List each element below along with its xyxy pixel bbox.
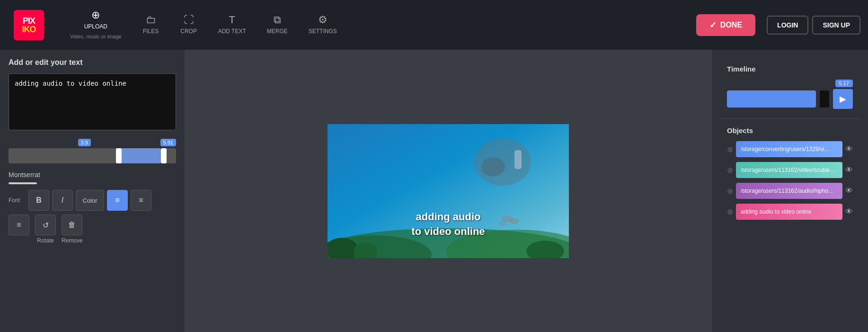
text-edit-input[interactable]: adding audio to video online xyxy=(9,73,176,130)
slider-track[interactable] xyxy=(9,148,176,163)
nav-settings[interactable]: ⚙ SETTINGS xyxy=(298,15,347,36)
nav-crop[interactable]: ⛶ CROP xyxy=(170,15,208,36)
eye-icon-1[interactable]: 👁 xyxy=(845,166,853,174)
logo-box[interactable]: PIXIKO xyxy=(14,10,44,40)
color-button[interactable]: Color xyxy=(76,190,104,211)
login-button[interactable]: LOGIN xyxy=(767,16,808,35)
remove-label: Remove xyxy=(62,237,82,244)
done-label: DONE xyxy=(720,21,742,29)
color-label: Color xyxy=(82,197,97,204)
logo-text: PIXIKO xyxy=(22,17,35,34)
svg-point-11 xyxy=(481,157,505,176)
lines-icon: ≡ xyxy=(17,221,21,229)
slider-thumb-right[interactable] xyxy=(161,148,167,163)
drag-handle-3[interactable]: ⊕ xyxy=(727,207,733,216)
done-button[interactable]: ✓ DONE xyxy=(696,14,755,36)
timeline-bar[interactable] xyxy=(727,90,816,108)
topnav: PIXIKO ⊕ UPLOAD Video, music or image 🗀 … xyxy=(0,0,868,50)
obj-bar-1[interactable]: /storage/users/113162/video/scuba-... xyxy=(736,162,842,178)
eye-icon-3[interactable]: 👁 xyxy=(845,207,853,216)
remove-group: 🗑 Remove xyxy=(62,215,82,244)
object-item-0: ⊕ /storage/converting/users/1329/vi... 👁 xyxy=(727,141,853,157)
eye-icon-0[interactable]: 👁 xyxy=(845,145,853,153)
object-item-2: ⊕ /storage/users/113162/audio/hipho... 👁 xyxy=(727,183,853,199)
nav-merge[interactable]: ⧉ MERGE xyxy=(257,15,298,36)
merge-label: MERGE xyxy=(267,28,288,36)
align-center-icon: ≡ xyxy=(139,196,143,205)
crop-icon: ⛶ xyxy=(184,15,194,25)
obj-bar-3[interactable]: adding audio to video online xyxy=(736,204,842,220)
remove-button[interactable]: 🗑 xyxy=(62,215,82,235)
timeline-marker: 5.17 xyxy=(727,80,853,87)
drag-handle-2[interactable]: ⊕ xyxy=(727,187,733,196)
timeline-track-area: ▶ xyxy=(727,89,853,109)
overlay-line2: to video online xyxy=(411,224,485,239)
canvas-area: adding audio to video online xyxy=(185,50,712,332)
bold-icon: B xyxy=(36,196,42,205)
timeline-section: Timeline 5.17 ▶ xyxy=(719,57,860,119)
check-icon: ✓ xyxy=(709,20,717,30)
upload-icon: ⊕ xyxy=(91,10,100,20)
obj-path-2: /storage/users/113162/audio/hipho... xyxy=(741,188,833,194)
slider-thumb-left[interactable] xyxy=(116,148,122,163)
right-column: Timeline 5.17 ▶ Objects ⊕ xyxy=(719,57,860,324)
obj-path-0: /storage/converting/users/1329/vi... xyxy=(741,146,829,153)
settings-label: SETTINGS xyxy=(309,28,337,36)
align-left-icon: ≡ xyxy=(115,196,119,205)
toolbar-row-1: Font B I Color ≡ ≡ xyxy=(9,190,176,211)
align-center-button[interactable]: ≡ xyxy=(131,190,151,211)
rotate-label: Rotate xyxy=(35,237,56,244)
signup-button[interactable]: SIGN UP xyxy=(812,16,860,35)
video-canvas: adding audio to video online xyxy=(328,124,569,258)
main-area: Add or edit your text adding audio to vi… xyxy=(0,50,868,332)
drag-handle-0[interactable]: ⊕ xyxy=(727,145,733,154)
right-panel: Timeline 5.17 ▶ Objects ⊕ xyxy=(712,50,868,332)
font-size-bar xyxy=(9,182,37,184)
addtext-icon: T xyxy=(229,15,235,25)
object-item-3: ⊕ adding audio to video online 👁 xyxy=(727,204,853,220)
slider-val-right: 5.91 xyxy=(160,139,176,146)
obj-bar-0[interactable]: /storage/converting/users/1329/vi... xyxy=(736,141,842,157)
slider-labels: 3.9 5.91 xyxy=(9,139,176,146)
objects-title: Objects xyxy=(727,126,853,135)
object-item-1: ⊕ /storage/users/113162/video/scuba-... … xyxy=(727,162,853,178)
toolbar-row-2: ≡ ↺ Rotate 🗑 Remove xyxy=(9,215,176,244)
canvas-overlay-text[interactable]: adding audio to video online xyxy=(411,210,485,239)
objects-section: Objects ⊕ /storage/converting/users/1329… xyxy=(719,119,860,324)
drag-handle-1[interactable]: ⊕ xyxy=(727,166,733,175)
align-left-button[interactable]: ≡ xyxy=(107,190,128,211)
svg-rect-12 xyxy=(514,150,522,169)
timeline-title: Timeline xyxy=(727,65,853,73)
italic-button[interactable]: I xyxy=(52,190,73,211)
rotate-button[interactable]: ↺ xyxy=(35,215,56,235)
obj-bar-2[interactable]: /storage/users/113162/audio/hipho... xyxy=(736,183,842,199)
timeline-end xyxy=(820,90,829,108)
timeline-badge: 5.17 xyxy=(835,80,853,87)
upload-label: UPLOAD xyxy=(84,23,107,31)
svg-point-9 xyxy=(498,221,507,226)
time-slider[interactable]: 3.9 5.91 xyxy=(9,139,176,163)
play-button[interactable]: ▶ xyxy=(833,89,853,109)
eye-icon-2[interactable]: 👁 xyxy=(845,187,853,195)
panel-title: Add or edit your text xyxy=(9,58,176,67)
font-label: Font xyxy=(9,197,26,204)
left-panel: Add or edit your text adding audio to vi… xyxy=(0,50,185,332)
upload-sub: Video, music or image xyxy=(70,33,122,40)
nav-upload[interactable]: ⊕ UPLOAD Video, music or image xyxy=(60,10,132,40)
nav-files[interactable]: 🗀 FILES xyxy=(132,15,170,36)
overlay-line1: adding audio xyxy=(411,210,485,224)
crop-label: CROP xyxy=(180,28,197,36)
slider-fill xyxy=(117,148,161,163)
nav-addtext[interactable]: T ADD TEXT xyxy=(208,15,257,36)
font-name: Montserrat xyxy=(9,171,176,179)
trash-icon: 🗑 xyxy=(68,221,76,229)
svg-point-8 xyxy=(510,218,519,224)
obj-path-3: adding audio to video online xyxy=(741,208,811,215)
lines-button[interactable]: ≡ xyxy=(9,215,29,235)
video-bg: adding audio to video online xyxy=(328,124,569,258)
settings-icon: ⚙ xyxy=(318,15,328,25)
files-icon: 🗀 xyxy=(146,15,156,25)
bold-button[interactable]: B xyxy=(28,190,49,211)
rotate-group: ↺ Rotate xyxy=(35,215,56,244)
obj-path-1: /storage/users/113162/video/scuba-... xyxy=(741,167,836,173)
